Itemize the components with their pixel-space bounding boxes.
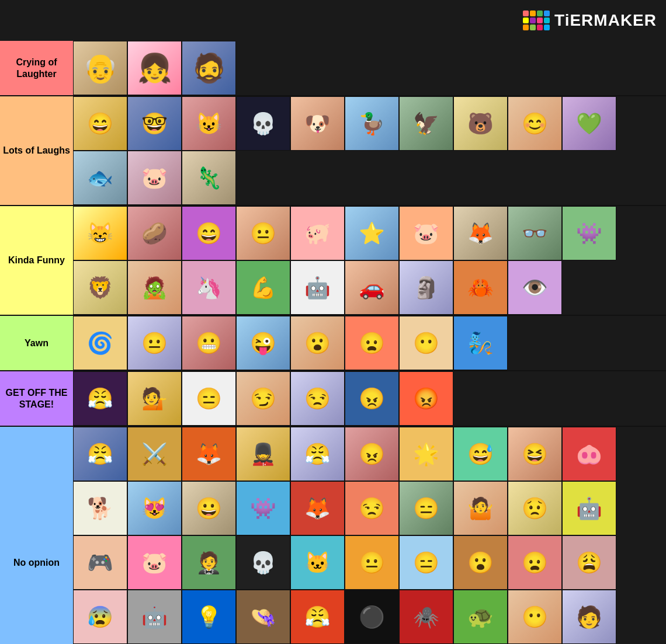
list-item[interactable]: 🕷️ [399,590,453,644]
list-item[interactable]: 🤖 [290,260,345,315]
list-item[interactable]: 🧑 [562,590,616,644]
list-item[interactable]: 👾 [562,206,616,260]
list-item[interactable]: 🦎 [182,151,236,205]
list-item[interactable]: 🐽 [562,427,616,481]
tier-label-yawn: Yawn [0,316,73,370]
list-item[interactable]: 🦁 [73,260,127,315]
list-item[interactable]: 😟 [508,481,562,535]
list-item[interactable]: ⭐ [345,206,399,260]
list-item[interactable]: 🎮 [73,535,127,590]
list-item[interactable]: 🦊 [290,481,345,535]
list-item[interactable]: 🐟 [73,151,127,205]
list-item[interactable]: 😊 [508,96,562,151]
tier-row-crying: Crying of Laughter 👴 👧 🧔 [0,41,666,96]
list-item[interactable]: 💀 [236,96,290,151]
list-item[interactable]: 💪 [236,260,290,315]
list-item[interactable]: 🤵 [182,535,236,590]
list-item[interactable]: 😄 [73,96,127,151]
list-item[interactable]: 💂 [236,427,290,481]
list-item[interactable]: 👁️ [508,260,562,315]
tier-row-noopinion: No opnion 😤 ⚔️ 🦊 💂 😤 😠 🌟 😅 😆 🐽 🐕 😻 😀 👾 🦊… [0,427,666,644]
list-item[interactable]: 😮 [290,316,345,370]
list-item[interactable]: 😒 [290,371,345,426]
list-item[interactable]: 🤓 [127,96,182,151]
list-item[interactable]: 🦊 [182,427,236,481]
list-item[interactable]: 😏 [236,371,290,426]
list-item[interactable]: 🐷 [127,151,182,205]
list-item[interactable]: 🐻 [453,96,508,151]
list-item[interactable]: 👒 [236,590,290,644]
list-item[interactable]: 😬 [182,316,236,370]
list-item[interactable]: 🤖 [127,590,182,644]
list-item[interactable]: 💀 [236,535,290,590]
list-item[interactable]: 💡 [182,590,236,644]
list-item[interactable]: 😜 [236,316,290,370]
list-item[interactable]: 🦊 [453,206,508,260]
list-item[interactable]: 😡 [399,371,453,426]
list-item[interactable]: 😤 [290,427,345,481]
list-item[interactable]: 🐖 [290,206,345,260]
list-item[interactable]: 😅 [453,427,508,481]
list-item[interactable]: 💚 [562,96,616,151]
list-item[interactable]: 👓 [508,206,562,260]
list-item[interactable]: 🧔 [182,41,236,95]
list-item[interactable]: 😻 [127,481,182,535]
list-item[interactable]: 😺 [182,96,236,151]
list-item[interactable]: 👴 [73,41,127,95]
logo-cell [544,11,550,16]
list-item[interactable]: 😮 [453,535,508,590]
list-item[interactable]: 😦 [508,535,562,590]
list-item[interactable]: 🌟 [399,427,453,481]
list-item[interactable]: 😠 [345,371,399,426]
list-item[interactable]: 😐 [127,316,182,370]
list-item[interactable]: 🤖 [562,481,616,535]
tiermaker-logo: TiERMAKER [523,11,657,30]
list-item[interactable]: 🧟 [127,260,182,315]
list-item[interactable]: 💁 [127,371,182,426]
list-item[interactable]: 🧞 [453,316,508,370]
list-item[interactable]: 😩 [562,535,616,590]
list-item[interactable]: 🐷 [127,535,182,590]
list-item[interactable]: 🥔 [127,206,182,260]
list-item[interactable]: 😤 [73,371,127,426]
list-item[interactable]: 🐢 [453,590,508,644]
list-item[interactable]: 😑 [182,371,236,426]
list-item[interactable]: 😒 [345,481,399,535]
list-item[interactable]: 🐱 [290,535,345,590]
list-item[interactable]: 😆 [508,427,562,481]
list-item[interactable]: 😤 [290,590,345,644]
list-item[interactable]: 😄 [182,206,236,260]
list-item[interactable]: 🦅 [399,96,453,151]
list-item[interactable]: 😶 [399,316,453,370]
list-item[interactable]: 🐶 [290,96,345,151]
list-item[interactable]: 😑 [399,535,453,590]
list-item[interactable]: ⚔️ [127,427,182,481]
app-container: TiERMAKER Crying of Laughter 👴 👧 🧔 [0,0,666,644]
list-item[interactable]: 😐 [345,535,399,590]
list-item[interactable]: ⚫ [345,590,399,644]
list-item[interactable]: 🦄 [182,260,236,315]
list-item[interactable]: 🦀 [453,260,508,315]
tier-row-lots: Lots of Laughs 😄 🤓 😺 💀 🐶 🦆 🦅 🐻 😊 💚 🐟 🐷 🦎 [0,96,666,206]
list-item[interactable]: 🚗 [345,260,399,315]
list-item[interactable]: 😶 [508,590,562,644]
list-item[interactable]: 🗿 [399,260,453,315]
tier-label-lots: Lots of Laughs [0,96,73,205]
list-item[interactable]: 😰 [73,590,127,644]
list-item[interactable]: 👾 [236,481,290,535]
list-item[interactable]: 😠 [345,427,399,481]
list-item[interactable]: 😸 [73,206,127,260]
logo-cell [537,18,543,23]
list-item[interactable]: 🤷 [453,481,508,535]
list-item[interactable]: 🦆 [345,96,399,151]
list-item[interactable]: 😦 [345,316,399,370]
logo-cell [537,25,543,30]
list-item[interactable]: 🌀 [73,316,127,370]
list-item[interactable]: 😤 [73,427,127,481]
list-item[interactable]: 😑 [399,481,453,535]
list-item[interactable]: 🐷 [399,206,453,260]
list-item[interactable]: 👧 [127,41,182,95]
list-item[interactable]: 😀 [182,481,236,535]
list-item[interactable]: 🐕 [73,481,127,535]
list-item[interactable]: 😐 [236,206,290,260]
